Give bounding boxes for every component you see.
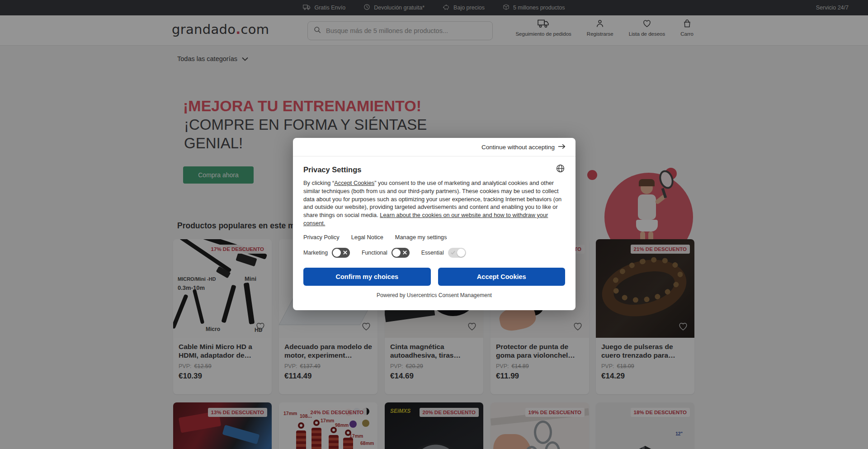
continue-without-accepting-link[interactable]: Continue without accepting bbox=[481, 143, 566, 151]
functional-toggle-group: Functional bbox=[362, 248, 410, 258]
modal-topline: Continue without accepting bbox=[293, 138, 576, 156]
consent-toggles: Marketing Functional Essential bbox=[303, 248, 565, 258]
page: Gratis Envío Devolución gratuita* Bajo p… bbox=[0, 0, 868, 449]
privacy-settings-modal: Continue without accepting Privacy Setti… bbox=[293, 138, 576, 310]
toggle-label: Essential bbox=[421, 250, 444, 256]
modal-body: Privacy Settings By clicking “Accept Coo… bbox=[293, 156, 576, 298]
essential-toggle-group: Essential bbox=[421, 248, 466, 258]
toggle-label: Functional bbox=[362, 250, 387, 256]
accept-cookies-button[interactable]: Accept Cookies bbox=[438, 268, 566, 286]
language-globe-icon[interactable] bbox=[556, 164, 565, 175]
x-icon bbox=[402, 250, 407, 255]
modal-buttons: Confirm my choices Accept Cookies bbox=[303, 268, 565, 286]
confirm-choices-button[interactable]: Confirm my choices bbox=[303, 268, 431, 286]
x-icon bbox=[343, 250, 348, 255]
legal-notice-link[interactable]: Legal Notice bbox=[351, 234, 383, 241]
privacy-policy-link[interactable]: Privacy Policy bbox=[303, 234, 340, 241]
modal-links: Privacy Policy Legal Notice Manage my se… bbox=[303, 234, 565, 241]
powered-by-label: Powered by Usercentrics Consent Manageme… bbox=[303, 292, 565, 298]
functional-toggle[interactable] bbox=[392, 248, 410, 258]
modal-text: By clicking “Accept Cookies” you consent… bbox=[303, 179, 565, 227]
body-text: By clicking “ bbox=[303, 180, 334, 186]
manage-settings-link[interactable]: Manage my settings bbox=[395, 234, 447, 241]
accept-cookies-link[interactable]: Accept Cookies bbox=[334, 180, 374, 186]
continue-label: Continue without accepting bbox=[481, 144, 555, 151]
marketing-toggle[interactable] bbox=[332, 248, 350, 258]
arrow-right-icon bbox=[558, 143, 566, 151]
toggle-label: Marketing bbox=[303, 250, 328, 256]
modal-title: Privacy Settings bbox=[303, 165, 565, 174]
marketing-toggle-group: Marketing bbox=[303, 248, 350, 258]
check-icon bbox=[450, 250, 456, 255]
essential-toggle[interactable] bbox=[448, 248, 466, 258]
